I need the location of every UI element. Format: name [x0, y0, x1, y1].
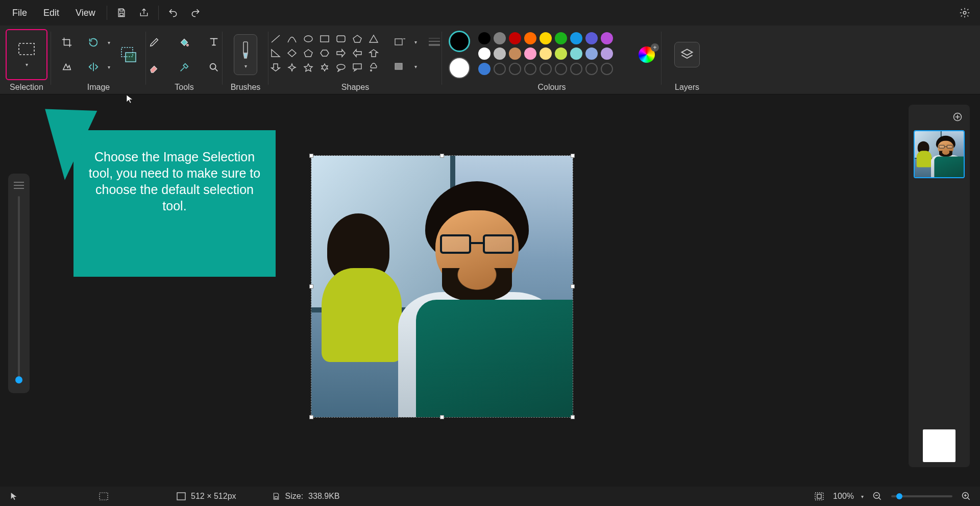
shape-right-triangle-icon[interactable]	[268, 47, 283, 59]
resize-icon[interactable]	[116, 40, 141, 69]
resize-handle[interactable]	[571, 415, 575, 419]
shape-4star-icon[interactable]	[285, 61, 299, 74]
share-icon[interactable]	[133, 2, 155, 24]
shape-roundrect-icon[interactable]	[334, 33, 348, 45]
color-swatch[interactable]	[570, 32, 582, 44]
shape-curve-icon[interactable]	[285, 33, 299, 45]
shape-callout-round-icon[interactable]	[334, 61, 348, 74]
shape-arrow-right-icon[interactable]	[334, 47, 348, 59]
resize-handle[interactable]	[309, 415, 313, 419]
color-swatch[interactable]	[540, 32, 552, 44]
color-swatch-empty[interactable]	[585, 63, 598, 75]
magic-select-icon[interactable]	[57, 57, 77, 77]
rotate-icon[interactable]	[83, 32, 104, 53]
shape-polygon-icon[interactable]	[350, 33, 364, 45]
shape-pentagon-icon[interactable]	[301, 47, 315, 59]
zoom-slider[interactable]	[891, 495, 952, 497]
menu-file[interactable]: File	[4, 4, 35, 22]
background-layer-thumbnail[interactable]	[923, 429, 955, 462]
color-picker-icon[interactable]	[174, 57, 194, 78]
chevron-down-icon[interactable]: ▾	[414, 64, 417, 69]
text-icon[interactable]	[204, 32, 224, 52]
resize-handle[interactable]	[571, 154, 575, 158]
shape-oval-icon[interactable]	[301, 33, 315, 45]
primary-color[interactable]	[449, 31, 470, 52]
chevron-down-icon[interactable]: ▾	[108, 40, 110, 45]
shape-arrow-down-icon[interactable]	[268, 61, 283, 74]
slider-thumb[interactable]	[896, 493, 902, 499]
shape-6star-icon[interactable]	[317, 61, 332, 74]
resize-handle[interactable]	[571, 284, 575, 288]
color-swatch[interactable]	[509, 47, 521, 60]
color-swatch-empty[interactable]	[494, 63, 506, 75]
chevron-down-icon[interactable]: ▾	[414, 39, 417, 45]
resize-handle[interactable]	[309, 154, 313, 158]
zoom-out-icon[interactable]	[871, 491, 884, 501]
undo-icon[interactable]	[162, 2, 184, 24]
canvas[interactable]	[311, 156, 573, 417]
stroke-width-icon[interactable]	[424, 32, 445, 52]
shape-diamond-icon[interactable]	[285, 47, 299, 59]
color-swatch[interactable]	[585, 47, 598, 60]
settings-icon[interactable]	[953, 2, 976, 24]
color-swatch[interactable]	[524, 47, 536, 60]
color-swatch[interactable]	[478, 63, 491, 75]
flip-icon[interactable]	[83, 57, 104, 77]
zoom-in-icon[interactable]	[960, 491, 973, 501]
redo-icon[interactable]	[184, 2, 207, 24]
color-swatch[interactable]	[540, 47, 552, 60]
resize-handle[interactable]	[440, 154, 444, 158]
pencil-icon[interactable]	[144, 32, 165, 52]
color-swatch[interactable]	[524, 32, 536, 44]
color-swatch-empty[interactable]	[540, 63, 552, 75]
color-swatch[interactable]	[478, 47, 491, 60]
shape-line-icon[interactable]	[268, 33, 283, 45]
color-swatch-empty[interactable]	[601, 63, 613, 75]
color-swatch[interactable]	[555, 32, 567, 44]
color-swatch[interactable]	[509, 32, 521, 44]
color-swatch[interactable]	[601, 32, 613, 44]
color-swatch[interactable]	[585, 32, 598, 44]
shape-rect-icon[interactable]	[317, 33, 332, 45]
color-swatch[interactable]	[601, 47, 613, 60]
menu-view[interactable]: View	[67, 4, 104, 22]
color-swatch[interactable]	[478, 32, 491, 44]
resize-handle[interactable]	[440, 415, 444, 419]
shape-arrow-up-icon[interactable]	[366, 47, 381, 59]
resize-handle[interactable]	[309, 284, 313, 288]
color-swatch-empty[interactable]	[524, 63, 536, 75]
shape-fill-icon[interactable]	[390, 56, 410, 77]
chevron-down-icon[interactable]: ▾	[861, 494, 864, 499]
fill-icon[interactable]	[174, 32, 194, 52]
shape-callout-cloud-icon[interactable]	[366, 61, 381, 74]
color-swatch-empty[interactable]	[555, 63, 567, 75]
selection-tool-button[interactable]: ▾	[6, 29, 47, 80]
secondary-color[interactable]	[449, 57, 470, 79]
shape-hexagon-icon[interactable]	[317, 47, 332, 59]
eraser-icon[interactable]	[144, 57, 165, 78]
color-swatch-empty[interactable]	[570, 63, 582, 75]
color-swatch-empty[interactable]	[509, 63, 521, 75]
crop-icon[interactable]	[57, 32, 77, 53]
color-swatch[interactable]	[570, 47, 582, 60]
fit-screen-icon[interactable]	[813, 492, 826, 501]
shape-callout-rect-icon[interactable]	[350, 61, 364, 74]
layers-button[interactable]	[674, 42, 700, 67]
brush-tool-button[interactable]: ▾	[234, 34, 257, 75]
shape-5star-icon[interactable]	[301, 61, 315, 74]
chevron-down-icon[interactable]: ▾	[108, 64, 110, 70]
shape-outline-icon[interactable]	[390, 32, 410, 52]
save-icon[interactable]	[110, 2, 133, 24]
shape-triangle-icon[interactable]	[366, 33, 381, 45]
layer-thumbnail[interactable]	[914, 130, 965, 178]
add-layer-icon[interactable]	[950, 110, 965, 124]
brush-size-slider[interactable]	[18, 196, 20, 380]
color-swatch[interactable]	[494, 47, 506, 60]
slider-thumb[interactable]	[15, 376, 22, 383]
color-swatch[interactable]	[494, 32, 506, 44]
menu-edit[interactable]: Edit	[35, 4, 67, 22]
edit-colors-icon[interactable]	[639, 46, 655, 63]
magnifier-icon[interactable]	[204, 57, 224, 78]
shape-arrow-left-icon[interactable]	[350, 47, 364, 59]
color-swatch[interactable]	[555, 47, 567, 60]
